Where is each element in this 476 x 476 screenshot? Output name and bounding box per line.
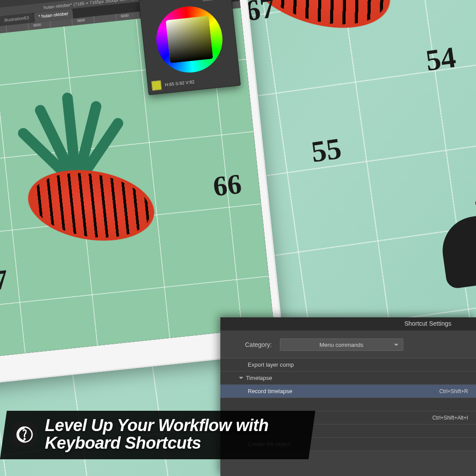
chevron-down-icon: [239, 377, 243, 381]
ruler-mark: 5600: [33, 23, 41, 28]
category-value: Menu commands: [320, 342, 364, 348]
shortcut-key: Ctrl+Shift+R: [439, 388, 476, 394]
category-dropdown[interactable]: Menu commands: [280, 338, 403, 351]
shortcut-label: Export layer comp: [248, 361, 294, 368]
canvas-number: 66: [212, 167, 243, 203]
ruler-mark: 5800: [77, 18, 85, 23]
svg-point-1: [23, 438, 26, 440]
title-banner: Level Up Your Workflow with Keyboard Sho…: [0, 411, 315, 459]
clip-studio-logo-icon: [12, 422, 37, 447]
ipad-screen: Filter Window Help hutan oktober* (7165 …: [0, 0, 274, 359]
color-wheel-panel[interactable]: Color Wheel H:65 S:92 V:82: [139, 0, 241, 95]
color-swatch[interactable]: [151, 80, 162, 91]
color-hsv-readout: H:65 S:92 V:82: [165, 79, 195, 87]
shortcut-row[interactable]: Export layer comp: [220, 358, 476, 372]
board-number: 54: [424, 40, 458, 78]
shortcut-label: Timelapse: [246, 375, 272, 381]
category-row: Category: Menu commands: [220, 338, 476, 358]
color-wheel[interactable]: [153, 3, 226, 76]
title-line-2: Keyboard Shortcuts: [45, 435, 268, 452]
shortcut-key: Ctrl+Shift+Alt+I: [432, 415, 476, 421]
dialog-title: Shortcut Settings: [220, 317, 476, 331]
title-line-1: Level Up Your Workflow with: [45, 417, 268, 435]
banner-title: Level Up Your Workflow with Keyboard Sho…: [45, 417, 268, 452]
shortcut-group-row[interactable]: Timelapse: [220, 372, 476, 385]
category-label: Category:: [245, 341, 272, 348]
shortcut-label: Record timelapse: [248, 388, 292, 394]
ruler-mark: 6000: [121, 14, 129, 19]
shortcut-row[interactable]: [220, 398, 476, 411]
shortcut-row-selected[interactable]: Record timelapse Ctrl+Shift+R: [220, 385, 476, 398]
board-number: 55: [309, 131, 344, 169]
